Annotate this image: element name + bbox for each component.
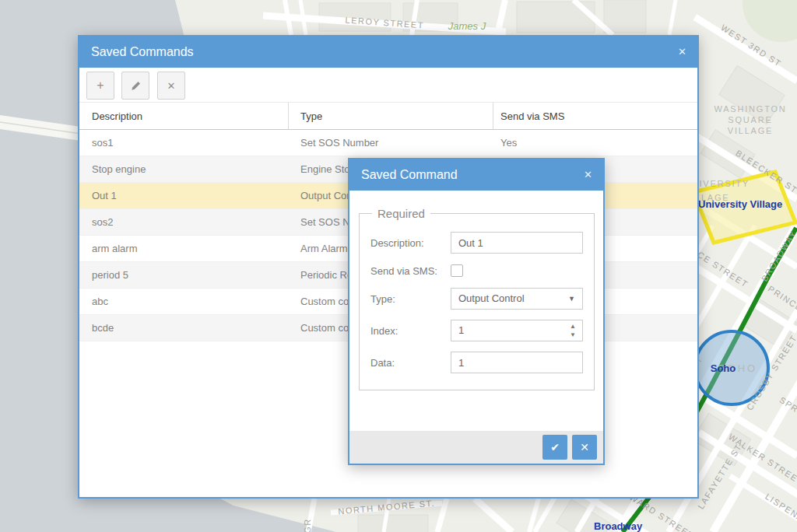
index-stepper[interactable]: 1 ▲ ▼: [451, 320, 583, 341]
field-row-sms: Send via SMS:: [370, 264, 583, 278]
cell-description: period 5: [79, 269, 289, 281]
saved-command-titlebar: Saved Command ✕: [349, 159, 603, 191]
sms-label: Send via SMS:: [370, 265, 451, 277]
pencil-icon: [131, 81, 141, 91]
description-label: Description:: [370, 237, 451, 249]
field-row-description: Description:: [370, 232, 583, 254]
type-select-value: Output Control: [458, 292, 525, 304]
street-label-greenwich: GR: [303, 518, 312, 532]
column-header-description[interactable]: Description: [79, 103, 289, 129]
cell-sms: Yes: [493, 137, 697, 149]
edit-command-button[interactable]: [121, 72, 149, 100]
cell-description: sos1: [79, 137, 289, 149]
cell-description: abc: [79, 296, 289, 307]
column-header-sms[interactable]: Send via SMS: [493, 103, 697, 129]
fieldset-legend: Required: [372, 207, 430, 220]
plus-icon: +: [97, 79, 104, 93]
field-row-type: Type: Output Control ▼: [370, 288, 583, 310]
area-label-washington-1: WASHINGTON: [714, 104, 786, 114]
saved-commands-titlebar: Saved Commands ✕: [79, 37, 697, 68]
spin-down-icon[interactable]: ▼: [570, 331, 576, 339]
marker-label-university-village[interactable]: University Village: [698, 198, 782, 210]
table-header: Description Type Send via SMS: [79, 102, 697, 130]
dialog-footer: ✔ ✕: [349, 431, 603, 464]
chevron-down-icon: ▼: [568, 289, 575, 310]
delete-command-button[interactable]: ✕: [157, 72, 185, 100]
cell-description: bcde: [79, 322, 289, 334]
type-select[interactable]: Output Control ▼: [451, 288, 583, 310]
park-label-james: James J: [448, 20, 486, 32]
cell-description: arm alarm: [79, 243, 289, 254]
cancel-button[interactable]: ✕: [572, 435, 597, 460]
cell-description: sos2: [79, 216, 289, 228]
x-icon: ✕: [167, 80, 175, 92]
saved-command-title: Saved Command: [361, 168, 458, 181]
data-label: Data:: [370, 357, 451, 369]
description-field[interactable]: [451, 232, 583, 254]
cell-type: Set SOS Number: [289, 137, 493, 149]
confirm-button[interactable]: ✔: [542, 435, 567, 460]
type-label: Type:: [370, 293, 451, 305]
area-label-washington-2: SQUARE: [728, 115, 772, 124]
close-icon[interactable]: ✕: [678, 37, 686, 68]
required-fieldset: Required Description: Send via SMS: Type…: [359, 207, 595, 390]
x-icon: ✕: [580, 441, 589, 453]
commands-toolbar: + ✕: [79, 68, 697, 102]
add-command-button[interactable]: +: [86, 72, 114, 100]
saved-commands-title: Saved Commands: [91, 45, 194, 58]
checkmark-icon: ✔: [550, 441, 560, 453]
cell-description: Stop engine: [79, 163, 289, 175]
close-icon[interactable]: ✕: [584, 159, 592, 191]
cell-description: Out 1: [79, 190, 289, 201]
marker-label-broadway[interactable]: Broadway: [594, 520, 643, 532]
table-row[interactable]: sos1 Set SOS Number Yes: [79, 130, 697, 156]
field-row-data: Data:: [370, 352, 583, 373]
sms-checkbox[interactable]: [451, 264, 463, 277]
marker-label-soho[interactable]: Soho: [711, 362, 736, 374]
field-row-index: Index: 1 ▲ ▼: [370, 320, 583, 341]
index-stepper-value: 1: [458, 324, 464, 336]
area-label-washington-3: VILLAGE: [728, 126, 773, 135]
index-label: Index:: [370, 325, 451, 337]
saved-command-dialog: Saved Command ✕ Required Description: Se…: [348, 158, 605, 465]
data-field[interactable]: [451, 352, 583, 373]
column-header-type[interactable]: Type: [289, 103, 493, 129]
spin-up-icon[interactable]: ▲: [570, 322, 576, 331]
